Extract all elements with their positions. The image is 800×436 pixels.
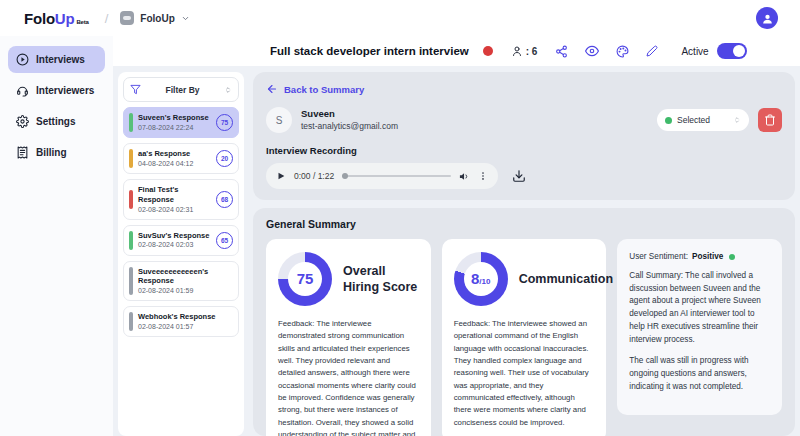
app: FoloUp Beta / FoloUp Interviews Intervie… (0, 0, 800, 436)
recording-row: 0:00 / 1:22 (266, 163, 782, 189)
responses-count: : 6 (511, 45, 538, 57)
sidebar-item-billing[interactable]: Billing (8, 139, 105, 166)
response-list-item[interactable]: Suveeeeeeeeeeen's Response02-08-2024 01:… (123, 261, 239, 302)
candidate-panel: Back to Summary S Suveen test-analytics@… (253, 72, 795, 200)
delete-response-button[interactable] (758, 108, 782, 132)
sidebar: Interviews Interviewers Settings Billing (0, 36, 113, 436)
breadcrumb-label: FoloUp (140, 13, 174, 24)
headset-icon (16, 84, 29, 97)
active-label: Active (681, 46, 708, 57)
status-bar (129, 267, 133, 295)
updown-icon (733, 116, 741, 124)
status-bar (129, 149, 133, 168)
response-list-item[interactable]: aa's Response04-08-2024 04:12 20 (123, 143, 239, 174)
status-bar (129, 113, 133, 132)
chevron-down-icon (181, 14, 190, 23)
player-seekbar[interactable] (342, 175, 451, 177)
response-name: SuvSuv's Response (138, 231, 211, 241)
card-feedback: Feedback: The interviewee demonstrated s… (278, 318, 419, 436)
volume-icon[interactable] (459, 171, 470, 182)
receipt-icon (16, 146, 29, 159)
audio-player[interactable]: 0:00 / 1:22 (266, 163, 498, 189)
logo-text-2: Up (55, 10, 75, 27)
score-badge: 68 (216, 191, 233, 208)
filter-by-select[interactable]: Filter By (123, 77, 239, 102)
play-icon[interactable] (276, 171, 286, 181)
card-feedback: Feedback: The interviewee showed an oper… (454, 318, 595, 429)
response-list-item[interactable]: Webhook's Response02-08-2024 01:57 (123, 306, 239, 337)
call-summary-paragraph: Call Summary: The call involved a discus… (629, 270, 770, 346)
response-date: 02-08-2024 02:03 (138, 240, 211, 249)
candidate-email: test-analytics@gmail.com (301, 121, 398, 132)
responses-panel: Filter By Suveen's Response07-08-2024 22… (118, 72, 244, 436)
overall-score-card: 75 Overall Hiring Score Feedback: The in… (266, 239, 431, 436)
responses-count-label: : 6 (526, 46, 538, 57)
person-icon (511, 45, 523, 57)
download-icon[interactable] (512, 169, 526, 183)
response-name: Suveen's Response (138, 113, 211, 123)
status-value: Selected (677, 115, 728, 125)
response-list-item[interactable]: Suveen's Response07-08-2024 22:24 75 (123, 107, 239, 138)
eye-icon[interactable] (585, 44, 599, 58)
status-bar (129, 312, 133, 331)
score-ring: 8/10 (454, 252, 508, 306)
response-name: Webhook's Response (138, 312, 233, 322)
candidate-name: Suveen (301, 108, 398, 121)
response-list-item[interactable]: SuvSuv's Response02-08-2024 02:03 65 (123, 225, 239, 256)
user-sentiment-row: User Sentiment: Positive (629, 252, 770, 261)
user-icon (761, 12, 774, 25)
org-icon (120, 11, 134, 25)
updown-icon (224, 86, 232, 94)
sidebar-label: Interviewers (36, 85, 94, 96)
palette-icon[interactable] (616, 45, 629, 58)
breadcrumb-separator: / (105, 11, 109, 26)
recording-title: Interview Recording (266, 145, 782, 156)
filter-label: Filter By (141, 85, 224, 95)
response-date: 02-08-2024 01:59 (138, 286, 233, 295)
share-icon[interactable] (555, 45, 568, 58)
status-green-dot-icon (665, 117, 672, 124)
sidebar-label: Billing (36, 147, 67, 158)
score-badge: 75 (216, 114, 233, 131)
response-name: Suveeeeeeeeeeen's Response (138, 267, 233, 287)
sidebar-label: Settings (36, 116, 75, 127)
sentiment-label: User Sentiment: (629, 252, 688, 261)
toggle-knob (733, 45, 745, 57)
sentiment-value: Positive (692, 252, 723, 261)
beta-badge: Beta (76, 19, 88, 25)
detail-column: Back to Summary S Suveen test-analytics@… (253, 72, 795, 436)
interview-header: Full stack developer intern interview : … (113, 36, 800, 66)
response-date: 04-08-2024 04:12 (138, 159, 211, 168)
communication-card: 8/10 Communication Feedback: The intervi… (442, 239, 607, 436)
active-toggle[interactable] (717, 43, 747, 59)
status-bar (129, 231, 133, 250)
candidate-avatar: S (266, 107, 292, 133)
response-name: Final Test's Response (138, 185, 211, 205)
trash-icon (764, 114, 776, 126)
sidebar-item-interviewers[interactable]: Interviewers (8, 77, 105, 104)
player-menu-icon[interactable] (478, 171, 488, 181)
play-circle-icon (16, 53, 29, 66)
status-dot-icon (483, 46, 493, 56)
logo-text-1: Folo (24, 10, 55, 27)
gear-icon (16, 115, 29, 128)
response-name: aa's Response (138, 149, 211, 159)
breadcrumb[interactable]: FoloUp (120, 11, 189, 25)
candidate-status-select[interactable]: Selected (657, 109, 749, 131)
score-badge: 20 (216, 150, 233, 167)
sidebar-item-interviews[interactable]: Interviews (8, 46, 105, 73)
card-title: Communication (519, 271, 613, 287)
app-logo[interactable]: FoloUp Beta (24, 10, 89, 27)
sidebar-item-settings[interactable]: Settings (8, 108, 105, 135)
call-notes-card: User Sentiment: Positive Call Summary: T… (617, 239, 782, 415)
interview-title: Full stack developer intern interview (270, 45, 469, 57)
response-list-item[interactable]: Final Test's Response02-08-2024 02:31 68 (123, 179, 239, 220)
edit-pencil-icon[interactable] (646, 45, 658, 57)
response-date: 02-08-2024 02:31 (138, 205, 211, 214)
sentiment-dot-icon (729, 254, 735, 260)
main-content: Filter By Suveen's Response07-08-2024 22… (113, 66, 800, 436)
call-summary-paragraph: The call was still in progress with ongo… (629, 355, 770, 393)
back-to-summary-link[interactable]: Back to Summary (266, 83, 364, 95)
back-link-label: Back to Summary (284, 84, 364, 95)
user-avatar[interactable] (756, 7, 778, 29)
